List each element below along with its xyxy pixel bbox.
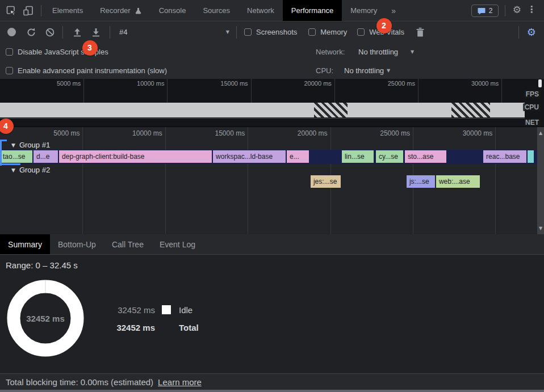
tab-label: Event Log — [160, 240, 195, 249]
annotation-badge-3: 3 — [82, 40, 98, 56]
tab-network[interactable]: Network — [238, 0, 283, 21]
scroll-up-arrow[interactable]: ▲ — [537, 130, 544, 136]
ruler-tick-label: 10000 ms — [137, 80, 164, 87]
tab-label: Bottom-Up — [58, 240, 96, 249]
legend-label: Total — [179, 323, 199, 332]
collapse-triangle-icon: ▼ — [11, 167, 15, 173]
group-1-track: tao...sed...edep-graph-client:build-base… — [0, 150, 537, 164]
legend-label: Idle — [179, 305, 193, 315]
screenshots-checkbox[interactable] — [244, 28, 252, 36]
device-toolbar-icon[interactable] — [23, 5, 34, 16]
tab-label: Sources — [203, 6, 230, 15]
net-lane-label: NET — [524, 119, 541, 127]
cpu-lane-label: CPU — [523, 103, 541, 111]
tab-summary[interactable]: Summary — [0, 234, 50, 254]
tab-performance[interactable]: Performance — [283, 0, 342, 21]
ruler-tick-label: 30000 ms — [471, 80, 499, 87]
annotation-badge-2: 2 — [376, 18, 392, 33]
timeline-overview[interactable]: 5000 ms10000 ms15000 ms20000 ms25000 ms3… — [0, 79, 544, 127]
ruler-tick-label: 25000 ms — [380, 129, 410, 137]
flame-event[interactable]: reac...base — [483, 150, 526, 163]
cpu-throttle-select[interactable]: No throttling — [344, 66, 384, 75]
flame-event[interactable]: e... — [287, 150, 309, 163]
group-1-header[interactable]: ▼ Group #1 — [11, 141, 50, 149]
more-tabs-button[interactable]: » — [391, 0, 396, 21]
legend-value: 32452 ms — [116, 305, 155, 315]
flame-event[interactable]: cy...se — [376, 150, 403, 163]
overview-cpu-band[interactable] — [0, 103, 525, 117]
flame-event[interactable]: sto...ase — [405, 150, 446, 163]
flame-event[interactable]: js:...se — [407, 175, 435, 188]
cpu-hatch-region — [314, 103, 348, 117]
idle-color-swatch — [162, 305, 171, 314]
gridline — [501, 79, 502, 103]
kebab-menu-icon[interactable]: ⋮ — [527, 4, 536, 15]
ruler-tick-label: 20000 ms — [304, 80, 332, 87]
clear-recording-icon[interactable] — [45, 27, 55, 37]
tab-label: Memory — [350, 6, 377, 15]
tab-label: Elements — [52, 6, 83, 15]
legend-spacer — [162, 323, 171, 332]
learn-more-link[interactable]: Learn more — [158, 377, 202, 387]
session-history-select[interactable]: #4 ▼ — [119, 28, 229, 36]
disable-js-samples-checkbox[interactable] — [6, 48, 13, 56]
tab-label: Console — [159, 6, 186, 15]
legend-value: 32452 ms — [116, 323, 155, 332]
group-label: Group #2 — [19, 166, 50, 174]
flame-event[interactable]: tao...se — [0, 150, 32, 163]
capture-settings-gear-icon[interactable]: ⚙ — [527, 26, 536, 38]
tab-label: Network — [247, 6, 274, 15]
flame-event[interactable]: lin...se — [342, 150, 374, 163]
summary-panel: Range: 0 – 32.45 s 32452 ms 32452 ms Idl… — [0, 255, 544, 373]
flame-event[interactable]: dep-graph-client:build-base — [59, 150, 212, 163]
scroll-down-arrow[interactable]: ▼ — [537, 226, 544, 231]
tab-label: Performance — [291, 6, 333, 15]
legend-row-idle: 32452 ms Idle — [116, 305, 199, 315]
chevron-down-icon: ▼ — [226, 29, 229, 35]
flame-scrollbar[interactable]: ▲ ▼ — [537, 127, 544, 234]
tab-label: Call Tree — [112, 240, 144, 249]
tab-console[interactable]: Console — [150, 0, 195, 21]
reload-record-icon[interactable] — [26, 27, 36, 37]
save-profile-icon[interactable] — [90, 27, 102, 37]
web-vitals-checkbox[interactable] — [357, 28, 365, 36]
settings-gear-icon[interactable]: ⚙ — [513, 4, 521, 15]
overview-net-activity — [0, 118, 525, 119]
group-2-header[interactable]: ▼ Group #2 — [11, 166, 50, 174]
selection-bracket — [0, 140, 2, 166]
chevron-down-icon[interactable]: ▼ — [411, 49, 414, 54]
issues-counter-button[interactable]: 2 — [471, 5, 499, 17]
window-bottom-edge — [0, 390, 544, 392]
tab-elements[interactable]: Elements — [44, 0, 91, 21]
footer-bar: Total blocking time: 0.00ms (estimated) … — [0, 373, 544, 390]
tab-memory[interactable]: Memory — [342, 0, 386, 21]
gridline — [418, 79, 419, 103]
memory-label: Memory — [320, 28, 347, 36]
overview-scroll-thumb[interactable] — [538, 79, 542, 87]
total-blocking-time-text: Total blocking time: 0.00ms (estimated) — [6, 377, 153, 387]
flame-event[interactable]: workspac...ld-base — [213, 150, 286, 163]
flame-event[interactable]: d...e — [34, 150, 58, 163]
tab-bottom-up[interactable]: Bottom-Up — [50, 234, 104, 254]
flame-event[interactable] — [528, 150, 534, 163]
ruler-tick-label: 25000 ms — [388, 80, 415, 87]
chevron-down-icon[interactable]: ▼ — [387, 68, 390, 73]
flame-event[interactable]: jes:...se — [311, 175, 341, 188]
cpu-throttle-label: CPU: — [316, 66, 336, 75]
load-profile-icon[interactable] — [72, 27, 83, 37]
record-button[interactable] — [7, 28, 16, 36]
tab-sources[interactable]: Sources — [194, 0, 238, 21]
trash-icon[interactable] — [416, 27, 425, 37]
flame-event[interactable]: web:...ase — [436, 175, 480, 188]
inspect-element-icon[interactable] — [6, 5, 17, 16]
network-throttle-select[interactable]: No throttling — [358, 48, 398, 56]
tab-call-tree[interactable]: Call Tree — [104, 234, 152, 254]
advanced-paint-checkbox[interactable] — [6, 67, 13, 74]
tab-recorder[interactable]: Recorder — [91, 0, 150, 21]
memory-checkbox[interactable] — [308, 28, 316, 36]
advanced-paint-label: Enable advanced paint instrumentation (s… — [18, 66, 167, 75]
devtools-tabbar: Elements Recorder Console Sources Networ… — [0, 0, 544, 22]
gridline — [83, 79, 84, 103]
flame-chart[interactable]: 5000 ms10000 ms15000 ms20000 ms25000 ms3… — [0, 127, 537, 234]
tab-event-log[interactable]: Event Log — [152, 234, 203, 254]
